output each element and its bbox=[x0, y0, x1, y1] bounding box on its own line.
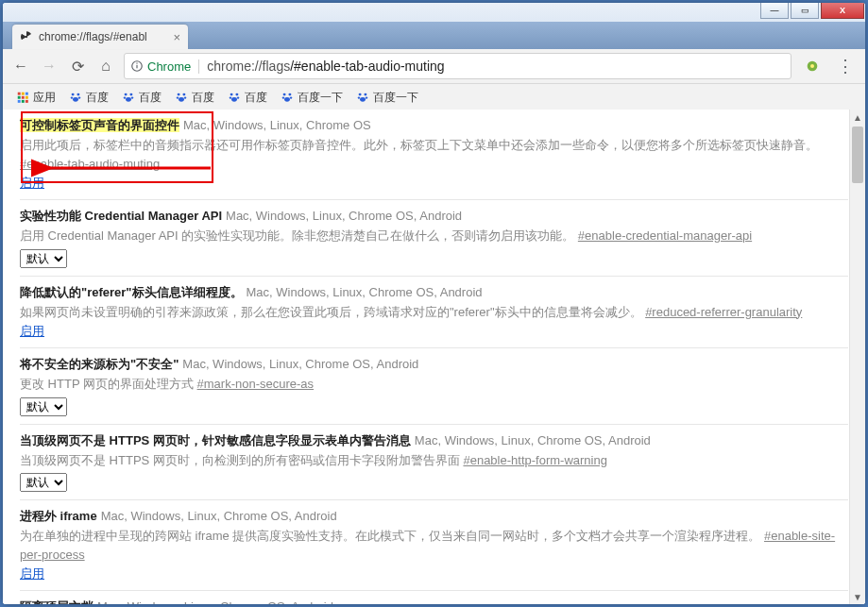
svg-point-30 bbox=[230, 93, 233, 96]
flag-platforms: Mac, Windows, Linux, Chrome OS, Android bbox=[101, 509, 337, 523]
window-maximize-button[interactable]: ▭ bbox=[791, 3, 819, 19]
svg-point-16 bbox=[77, 93, 79, 96]
flag-title: 进程外 iframe bbox=[20, 509, 97, 523]
flag-description: 更改 HTTP 网页的界面处理方式 #mark-non-secure-as bbox=[20, 375, 848, 394]
bookmark-item[interactable]: 百度一下 bbox=[350, 87, 424, 109]
address-bar[interactable]: Chrome chrome://flags/#enable-tab-audio-… bbox=[124, 53, 791, 79]
svg-rect-2 bbox=[136, 65, 137, 69]
svg-point-19 bbox=[73, 97, 78, 102]
flag-title: 可控制标签页声音的界面控件 bbox=[20, 118, 179, 132]
flag-select[interactable]: 默认 bbox=[20, 397, 67, 416]
svg-point-24 bbox=[126, 97, 131, 102]
window-titlebar: — ▭ X bbox=[3, 3, 865, 22]
flag-title: 将不安全的来源标为"不安全" bbox=[20, 357, 179, 371]
scroll-down-icon[interactable]: ▼ bbox=[850, 589, 865, 604]
bookmark-label: 应用 bbox=[33, 90, 56, 106]
flag-description: 当顶级网页不是 HTTPS 网页时，向检测到的所有密码或信用卡字段附加警告界面 … bbox=[20, 451, 848, 470]
home-button[interactable]: ⌂ bbox=[95, 58, 116, 75]
flag-platforms: Mac, Windows, Linux, Chrome OS, Android bbox=[97, 599, 333, 604]
flag-platforms: Mac, Windows, Linux, Chrome OS, Android bbox=[182, 357, 418, 371]
svg-rect-14 bbox=[26, 100, 28, 103]
flag-platforms: Mac, Windows, Linux, Chrome OS, Android bbox=[226, 209, 462, 223]
bookmark-label: 百度一下 bbox=[298, 90, 343, 106]
svg-rect-11 bbox=[26, 96, 28, 99]
flag-enable-link[interactable]: 启用 bbox=[20, 324, 44, 338]
flag-item: 降低默认的"referer"标头信息详细程度。Mac, Windows, Lin… bbox=[20, 277, 848, 349]
svg-point-34 bbox=[231, 97, 237, 102]
flag-hash: #enable-tab-audio-muting bbox=[20, 157, 160, 171]
bookmark-item[interactable]: 百度 bbox=[169, 87, 220, 109]
flag-enable-link[interactable]: 启用 bbox=[20, 566, 44, 581]
bookmark-item[interactable]: 百度 bbox=[116, 87, 167, 109]
flag-title: 隔离顶层文档 bbox=[20, 599, 94, 604]
svg-point-33 bbox=[237, 96, 239, 98]
tab-close-icon[interactable]: × bbox=[173, 30, 180, 44]
bookmark-item[interactable]: 百度 bbox=[63, 87, 114, 109]
flag-item: 可控制标签页声音的界面控件Mac, Windows, Linux, Chrome… bbox=[20, 110, 848, 200]
window-close-button[interactable]: X bbox=[821, 3, 864, 19]
svg-point-40 bbox=[359, 93, 362, 96]
bookmark-item[interactable]: 应用 bbox=[10, 87, 61, 109]
svg-point-28 bbox=[184, 96, 186, 98]
flag-item: 当顶级网页不是 HTTPS 网页时，针对敏感信息字段显示表单内警告消息Mac, … bbox=[20, 425, 848, 501]
flag-select[interactable]: 默认 bbox=[20, 473, 67, 492]
flag-platforms: Mac, Windows, Linux, Chrome OS, Android bbox=[247, 285, 483, 299]
svg-point-37 bbox=[282, 96, 284, 98]
reload-button[interactable]: ⟳ bbox=[67, 58, 88, 76]
bookmark-item[interactable]: 百度一下 bbox=[275, 87, 349, 109]
svg-rect-9 bbox=[18, 96, 21, 99]
svg-point-23 bbox=[131, 96, 133, 98]
svg-point-29 bbox=[179, 97, 184, 102]
scroll-up-icon[interactable]: ▲ bbox=[850, 110, 865, 125]
extension-icon[interactable] bbox=[805, 59, 820, 74]
svg-point-22 bbox=[124, 96, 126, 98]
flag-title: 降低默认的"referer"标头信息详细程度。 bbox=[20, 285, 243, 299]
svg-point-31 bbox=[235, 93, 238, 96]
svg-rect-8 bbox=[26, 93, 28, 95]
svg-rect-7 bbox=[22, 93, 25, 95]
bookmark-item[interactable]: 百度 bbox=[222, 87, 273, 109]
flag-select[interactable]: 默认 bbox=[20, 249, 67, 268]
flag-hash: #enable-http-form-warning bbox=[463, 453, 606, 467]
svg-point-42 bbox=[358, 96, 360, 98]
scroll-thumb[interactable] bbox=[852, 126, 863, 183]
bookmarks-bar: 应用百度百度百度百度百度一下百度一下 bbox=[3, 84, 865, 111]
browser-tab[interactable]: chrome://flags/#enabl × bbox=[12, 25, 188, 49]
menu-button[interactable]: ⋮ bbox=[837, 56, 854, 76]
svg-point-41 bbox=[364, 93, 366, 96]
bookmark-label: 百度 bbox=[86, 90, 109, 106]
svg-point-26 bbox=[182, 93, 185, 96]
scrollbar[interactable]: ▲ ▼ bbox=[849, 110, 865, 604]
flag-title: 实验性功能 Credential Manager API bbox=[20, 209, 222, 223]
svg-rect-10 bbox=[22, 96, 25, 99]
svg-point-43 bbox=[366, 96, 367, 98]
svg-rect-3 bbox=[136, 63, 137, 64]
svg-point-39 bbox=[284, 97, 290, 102]
flag-enable-link[interactable]: 启用 bbox=[20, 176, 44, 190]
toolbar: ← → ⟳ ⌂ Chrome chrome://flags/#enable-ta… bbox=[3, 49, 865, 84]
svg-point-25 bbox=[178, 93, 180, 96]
flag-item: 进程外 iframeMac, Windows, Linux, Chrome OS… bbox=[20, 500, 848, 591]
svg-point-44 bbox=[360, 97, 366, 102]
tab-strip: chrome://flags/#enabl × bbox=[3, 22, 865, 49]
bookmark-label: 百度一下 bbox=[373, 90, 418, 106]
flag-platforms: Mac, Windows, Linux, Chrome OS bbox=[183, 118, 371, 132]
flag-hash: #enable-credential-manager-api bbox=[578, 228, 752, 243]
flag-hash: #enable-site-per-process bbox=[20, 529, 835, 562]
window-minimize-button[interactable]: — bbox=[760, 3, 789, 19]
svg-rect-12 bbox=[18, 100, 21, 103]
radiation-icon bbox=[20, 30, 33, 43]
flag-item: 将不安全的来源标为"不安全"Mac, Windows, Linux, Chrom… bbox=[20, 348, 848, 425]
flag-description: 如果网页尚未设置明确的引荐来源政策，那么在您设置此项后，跨域请求对应的"refe… bbox=[20, 303, 848, 322]
url-text: chrome://flags/#enable-tab-audio-muting bbox=[207, 59, 444, 74]
svg-point-32 bbox=[230, 96, 231, 98]
back-button[interactable]: ← bbox=[10, 58, 31, 75]
flag-platforms: Mac, Windows, Linux, Chrome OS, Android bbox=[415, 433, 651, 447]
svg-point-18 bbox=[78, 96, 80, 98]
site-chip: Chrome bbox=[130, 59, 199, 74]
svg-point-38 bbox=[290, 96, 292, 98]
svg-point-0 bbox=[26, 36, 27, 38]
svg-point-27 bbox=[177, 96, 179, 98]
forward-button: → bbox=[39, 58, 60, 75]
bookmark-label: 百度 bbox=[139, 90, 162, 106]
